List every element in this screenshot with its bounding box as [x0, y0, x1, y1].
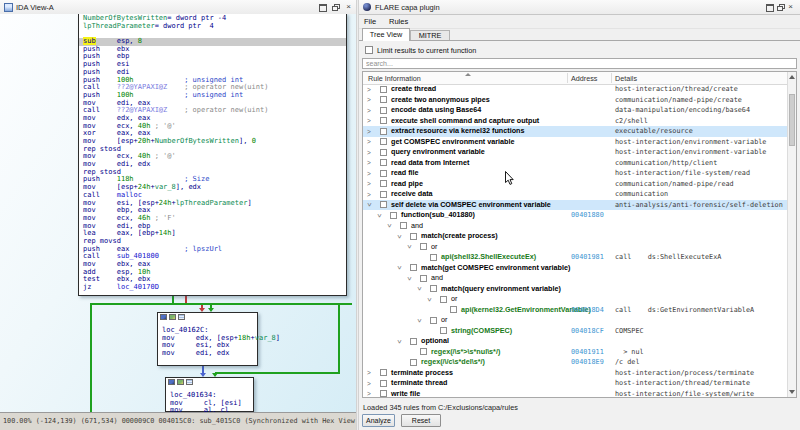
collapse-icon[interactable]: >	[383, 224, 394, 228]
row-checkbox-icon[interactable]	[380, 149, 387, 156]
tree-row[interactable]: api(kernel32.GetEnvironmentVariable)0040…	[363, 305, 787, 316]
search-input[interactable]	[362, 58, 797, 69]
row-checkbox-icon[interactable]	[410, 359, 417, 366]
tree-row[interactable]: >match(query environment variable)	[363, 284, 787, 295]
row-checkbox-icon[interactable]	[400, 222, 407, 229]
column-divider[interactable]	[611, 73, 612, 83]
tree-row[interactable]: >terminate threadhost-interaction/thread…	[363, 378, 787, 389]
tree-row[interactable]: >extract resource via kernel32 functions…	[363, 126, 787, 137]
tree-row[interactable]: >execute shell command and capture outpu…	[363, 116, 787, 127]
close-icon[interactable]: ×	[344, 3, 353, 12]
expand-icon[interactable]: >	[367, 158, 371, 169]
tree-row[interactable]: >create threadhost-interaction/thread/cr…	[363, 84, 787, 95]
row-checkbox-icon[interactable]	[380, 128, 387, 135]
row-address[interactable]: 004018D4	[571, 305, 604, 316]
row-checkbox-icon[interactable]	[380, 180, 387, 187]
tree-row[interactable]: >match(get COMSPEC environment variable)	[363, 263, 787, 274]
expand-icon[interactable]: >	[367, 389, 371, 398]
tree-row[interactable]: >function(sub_401880)00401880	[363, 210, 787, 221]
row-address[interactable]: 00401911	[571, 347, 604, 358]
row-checkbox-icon[interactable]	[420, 348, 427, 355]
row-address[interactable]: 00401880	[571, 210, 604, 221]
column-address[interactable]: Address	[571, 74, 597, 83]
row-checkbox-icon[interactable]	[420, 275, 427, 282]
row-checkbox-icon[interactable]	[380, 390, 387, 397]
tree-row[interactable]: regex(/\/c\s*del\s*/)004018E9/c del	[363, 357, 787, 368]
row-checkbox-icon[interactable]	[380, 170, 387, 177]
basic-block-loc-401634[interactable]: loc_401634:mov cl, [esi]mov al, cl	[165, 377, 254, 412]
row-address[interactable]: 00401981	[571, 252, 604, 263]
column-divider[interactable]	[567, 73, 568, 83]
tree-row[interactable]: >or	[363, 315, 787, 326]
collapse-icon[interactable]: >	[393, 339, 404, 343]
limit-results-checkbox-row[interactable]: Limit results to current function	[365, 46, 476, 55]
vertical-scrollbar[interactable]	[787, 72, 796, 397]
tree-row[interactable]: regex(/\s*>\s*nul\s*/)00401911 > nul	[363, 347, 787, 358]
row-checkbox-icon[interactable]	[430, 317, 437, 324]
scroll-up-icon[interactable]	[789, 75, 795, 79]
tree-row[interactable]: >read pipecommunication/named-pipe/read	[363, 179, 787, 190]
maximize-icon[interactable]	[765, 3, 774, 12]
collapse-icon[interactable]: >	[423, 297, 434, 301]
row-checkbox-icon[interactable]	[390, 212, 397, 219]
node-icon[interactable]	[186, 379, 193, 385]
collapse-icon[interactable]: >	[373, 213, 384, 217]
expand-icon[interactable]: >	[367, 169, 371, 180]
tree-row[interactable]: >or	[363, 294, 787, 305]
tree-row[interactable]: >get COMSPEC environment variablehost-in…	[363, 137, 787, 148]
float-window-icon[interactable]	[776, 3, 785, 12]
tree-row[interactable]: >or	[363, 242, 787, 253]
tree-row[interactable]: >match(create process)	[363, 231, 787, 242]
node-icon[interactable]	[168, 379, 175, 385]
tree-row[interactable]: api(shell32.ShellExecuteEx)00401981call …	[363, 252, 787, 263]
collapse-icon[interactable]: >	[413, 287, 424, 291]
row-checkbox-icon[interactable]	[410, 264, 417, 271]
tree-row[interactable]: >receive datacommunication	[363, 189, 787, 200]
tree-row[interactable]: >encode data using Base64data-manipulati…	[363, 105, 787, 116]
row-checkbox-icon[interactable]	[380, 159, 387, 166]
expand-icon[interactable]: >	[367, 368, 371, 379]
row-checkbox-icon[interactable]	[380, 380, 387, 387]
float-window-icon[interactable]	[331, 3, 340, 12]
tree-row[interactable]: >create two anonymous pipescommunication…	[363, 95, 787, 106]
collapse-icon[interactable]: >	[393, 266, 404, 270]
close-icon[interactable]: ×	[786, 3, 795, 12]
tab-tree-view[interactable]: Tree View	[362, 28, 410, 41]
row-checkbox-icon[interactable]	[430, 254, 437, 261]
row-checkbox-icon[interactable]	[440, 296, 447, 303]
menu-rules[interactable]: Rules	[389, 17, 408, 26]
disassembly-graph[interactable]: NumberOfBytesWritten= dword ptr -4lpThre…	[0, 14, 356, 412]
collapse-icon[interactable]: >	[363, 203, 374, 207]
tree-row[interactable]: >and	[363, 221, 787, 232]
tree-row[interactable]: >optional	[363, 336, 787, 347]
expand-icon[interactable]: >	[367, 106, 371, 117]
row-checkbox-icon[interactable]	[420, 243, 427, 250]
row-checkbox-icon[interactable]	[440, 327, 447, 334]
expand-icon[interactable]: >	[367, 127, 371, 138]
expand-icon[interactable]: >	[367, 85, 371, 96]
row-checkbox-icon[interactable]	[380, 191, 387, 198]
expand-icon[interactable]: >	[367, 116, 371, 127]
basic-block-loc-40162c[interactable]: loc_40162C:mov edx, [esp+18h+var_8]mov e…	[157, 312, 258, 366]
row-checkbox-icon[interactable]	[450, 306, 457, 313]
tree-row[interactable]: >query environment variablehost-interact…	[363, 147, 787, 158]
scrollbar-thumb[interactable]	[789, 94, 795, 146]
reset-button[interactable]: Reset	[401, 414, 441, 427]
collapse-icon[interactable]: >	[403, 245, 414, 249]
row-checkbox-icon[interactable]	[380, 201, 387, 208]
expand-icon[interactable]: >	[367, 148, 371, 159]
tree-row[interactable]: >write filehost-interaction/file-system/…	[363, 389, 787, 399]
checkbox-icon[interactable]	[365, 46, 373, 54]
row-checkbox-icon[interactable]	[410, 338, 417, 345]
expand-icon[interactable]: >	[367, 379, 371, 390]
column-details[interactable]: Details	[615, 74, 637, 83]
expand-icon[interactable]: >	[367, 95, 371, 106]
scroll-down-icon[interactable]	[789, 390, 795, 394]
expand-icon[interactable]: >	[367, 179, 371, 190]
node-icon[interactable]	[178, 314, 185, 320]
column-rule-information[interactable]: Rule Information	[368, 74, 421, 83]
node-icon[interactable]	[177, 379, 184, 385]
node-icon[interactable]	[169, 314, 176, 320]
tree-row[interactable]: >terminate processhost-interaction/proce…	[363, 368, 787, 379]
row-checkbox-icon[interactable]	[380, 138, 387, 145]
